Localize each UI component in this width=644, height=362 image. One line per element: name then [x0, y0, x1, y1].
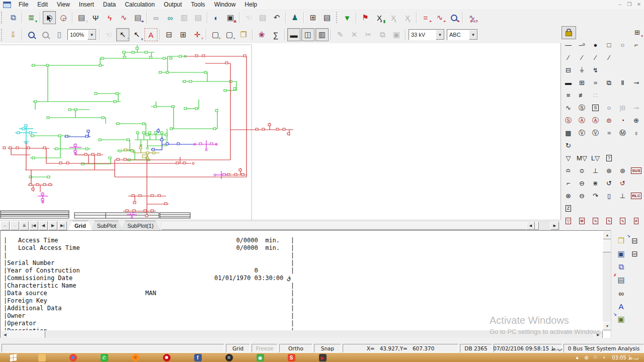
symbol-switch-4[interactable]: ∕: [602, 52, 616, 64]
symbol-double-line[interactable]: =: [589, 77, 602, 89]
symbol-reactor[interactable]: ⊖: [575, 190, 589, 202]
more-tools-button[interactable]: ▼: [341, 11, 354, 24]
symbol-switch-1[interactable]: ∕: [561, 52, 575, 64]
data-tables-button[interactable]: ⊞: [306, 11, 319, 24]
menu-window[interactable]: Window: [210, 1, 240, 9]
tray-icon[interactable]: ⚐: [594, 355, 598, 360]
minimize-button[interactable]: –: [615, 1, 624, 8]
tab-grid[interactable]: Grid: [68, 221, 93, 230]
lasso-tool-button[interactable]: ↖ₒ: [130, 28, 143, 41]
font-settings-button[interactable]: A: [614, 300, 628, 313]
symbol-arc-2[interactable]: ↷: [589, 190, 602, 202]
symbol-node-element[interactable]: ⊞: [575, 77, 589, 89]
restore-button[interactable]: ❐: [625, 1, 634, 8]
copy-output-button[interactable]: ⧉: [614, 260, 628, 274]
symbol-node-group[interactable]: ∷: [589, 89, 602, 102]
menu-tools[interactable]: Tools: [187, 1, 210, 9]
taskbar-explorer[interactable]: [26, 354, 57, 361]
tab-subplot[interactable]: SubPlot: [91, 221, 123, 230]
symbol-box-converter[interactable]: ≠: [629, 215, 643, 227]
menu-help[interactable]: Help: [240, 1, 262, 9]
symbol-corner[interactable]: ⌐: [561, 177, 575, 190]
status-snap[interactable]: Snap: [314, 344, 341, 352]
insert-plan-button[interactable]: ⧉: [7, 11, 20, 24]
taskbar-firefox[interactable]: [120, 354, 151, 361]
save-network-button[interactable]: ▣A: [224, 11, 237, 24]
add-measurement-button[interactable]: =+: [419, 11, 432, 24]
symbol-box-source-1[interactable]: ∿: [589, 215, 602, 227]
scrollbar-thumb[interactable]: [9, 330, 45, 338]
symbol-arc[interactable]: ↻: [561, 140, 575, 152]
run-check-button[interactable]: ⚑: [359, 11, 372, 24]
user-profile-button[interactable]: ♟: [288, 11, 301, 24]
symbol-reg-transformer[interactable]: ⊕: [629, 115, 643, 127]
page-view-button[interactable]: ▯: [53, 28, 66, 41]
symbol-generator[interactable]: Ⓢ: [561, 115, 575, 127]
data-forms-button[interactable]: ▤: [320, 11, 334, 24]
app-icon[interactable]: [3, 2, 11, 8]
symbol-b-node[interactable]: |B: [616, 102, 629, 114]
symbol-switch-2[interactable]: ∕: [575, 52, 589, 64]
symbol-filter[interactable]: ⋇: [589, 177, 602, 190]
symbol-capacitor[interactable]: ≎: [575, 165, 589, 177]
symbol-generator-unit[interactable]: ⊗: [561, 190, 575, 202]
symbol-capacitor-bank[interactable]: ≏: [561, 165, 575, 177]
symbol-voltage-source[interactable]: Ⓥ: [575, 127, 589, 139]
import-data-button[interactable]: ⇩: [7, 28, 20, 41]
tray-icon[interactable]: ◖: [603, 355, 605, 360]
symbol-triple-busbar[interactable]: ≡: [561, 89, 575, 102]
calculation-options-button[interactable]: ≣▾: [25, 11, 38, 24]
view-tables-button[interactable]: ▥: [315, 28, 329, 41]
single-line-diagram[interactable]: [0, 43, 560, 220]
symbol-double-busbar[interactable]: Ⅱ: [616, 77, 629, 89]
tab-nav-2[interactable]: ⇊: [20, 221, 29, 230]
start-button[interactable]: [0, 353, 26, 362]
symbol-choke[interactable]: ⊖: [575, 177, 589, 190]
symbol-station[interactable]: S: [589, 102, 602, 114]
taskbar-chrome[interactable]: [57, 354, 89, 361]
symbol-box-transformer[interactable]: Ψ: [575, 215, 589, 227]
output-data-panel[interactable]: | Access Time 0/0000 min. || Local Acces…: [0, 230, 612, 339]
network-levels-button[interactable]: Ψ: [89, 11, 102, 24]
open-output-button[interactable]: ❒: [614, 234, 628, 247]
symbol-instrument[interactable]: ◔: [616, 115, 629, 127]
report-button[interactable]: ▤➜: [131, 11, 144, 24]
symbol-async-converter[interactable]: Ⓐ: [589, 115, 602, 127]
symbol-earth-capacitor[interactable]: ⊥: [616, 190, 629, 202]
scroll-left-arrow[interactable]: ◀: [526, 222, 535, 230]
chevron-down-icon[interactable]: ▼: [469, 30, 477, 40]
symbol-box-source-2[interactable]: ∿: [602, 215, 616, 227]
undo-button[interactable]: ↶: [270, 11, 283, 24]
symbol-unknown[interactable]: ?: [602, 152, 616, 164]
select-annotations-button[interactable]: A: [144, 28, 157, 41]
symbol-busbar[interactable]: ▬: [561, 77, 575, 89]
symbol-line[interactable]: —: [561, 39, 575, 51]
symbol-lock[interactable]: [561, 26, 576, 39]
symbol-voltage-regulator[interactable]: Ⓥ: [589, 127, 602, 139]
symbol-phase-shifter-2[interactable]: ↺: [616, 177, 629, 190]
symbol-machine-unit[interactable]: ♁: [629, 127, 643, 139]
menu-output[interactable]: Output: [159, 1, 187, 9]
taskbar-app-orange[interactable]: S: [276, 354, 307, 361]
clear-output-button[interactable]: ▤✗: [614, 274, 628, 287]
tab-nav-6[interactable]: ▶|: [58, 221, 67, 230]
zoom-level-combo[interactable]: 100%▼: [67, 29, 97, 40]
scrollbar-thumb[interactable]: [162, 222, 539, 230]
symbol-line-node[interactable]: –ᵒ: [575, 39, 589, 51]
symbol-earth-switch[interactable]: ⏚: [575, 64, 589, 76]
menu-insert[interactable]: Insert: [74, 1, 99, 9]
symbol-async-machine[interactable]: Ⓐ: [575, 115, 589, 127]
symbol-series-element[interactable]: ⊸: [629, 102, 643, 114]
select-tool-button[interactable]: ↖▫: [116, 28, 129, 41]
taskbar-app-dark[interactable]: ▶: [307, 354, 338, 361]
close-button[interactable]: ✕: [634, 1, 643, 8]
symbol-fuse[interactable]: ⊟: [561, 64, 575, 76]
symbol-polyline[interactable]: ⌐: [629, 39, 643, 51]
symbol-point[interactable]: ●: [589, 39, 602, 51]
check-input-data-button[interactable]: ▤▫: [75, 11, 88, 24]
symbol-phase-shifter[interactable]: ↺: [602, 177, 616, 190]
tab-nav-4[interactable]: ◀: [39, 221, 48, 230]
view-combined-button[interactable]: ◫: [301, 28, 314, 41]
print-area-button[interactable]: ⊞: [177, 28, 190, 41]
crosshair-tool-button[interactable]: ✛▾: [191, 28, 204, 41]
